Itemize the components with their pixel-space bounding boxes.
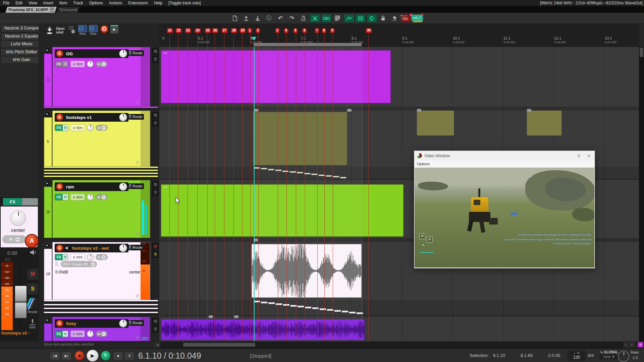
volume-value[interactable]: 0.00	[7, 250, 17, 256]
pause-button[interactable]: Ⅱ	[124, 352, 135, 360]
track-fold-button[interactable]: ▶	[45, 243, 50, 248]
timeline-marker[interactable]: 6	[302, 28, 307, 33]
tab-footstep-project[interactable]: *Footstep SFX_15.RPP ✕	[5, 7, 57, 13]
import-media-icon[interactable]	[253, 14, 262, 22]
menu-edit[interactable]: Edit	[12, 1, 25, 5]
edit-cursor[interactable]	[254, 47, 255, 341]
input-selector[interactable]: in ▼	[96, 331, 108, 337]
track-name-row[interactable]: A foley	[55, 319, 128, 328]
rate-value[interactable]: 1.0	[633, 356, 638, 360]
track-name[interactable]: OG	[66, 51, 119, 56]
lock-icon[interactable]	[378, 14, 388, 22]
mute-button[interactable]: M	[152, 318, 159, 325]
mute-button[interactable]: M	[152, 182, 159, 188]
grid-settings-icon[interactable]	[333, 14, 342, 22]
record-arm-badge[interactable]: A	[56, 183, 63, 190]
phase-button[interactable]: ∅	[136, 232, 139, 236]
scroll-thumb[interactable]	[640, 48, 643, 57]
record-arm-badge[interactable]: A	[56, 244, 63, 252]
new-project-icon[interactable]	[230, 14, 239, 22]
record-source-icon[interactable]: O	[100, 25, 108, 33]
global-automation-control[interactable]: ∿ GLOBAL none ▼	[599, 350, 619, 359]
mute-button[interactable]: M	[152, 244, 159, 250]
input-selector[interactable]: in ▼	[96, 125, 108, 131]
track-name[interactable]: foley	[66, 321, 119, 326]
volume-readout[interactable]: 0.00dB	[55, 270, 68, 275]
track-panel-footsteps-v2---wet[interactable]: ▶ 18 -1.1 -6- -18- -30- A footsteps v2 -…	[43, 242, 159, 300]
timeline-marker[interactable]: 30	[366, 28, 372, 33]
edit-cursor-handle[interactable]	[251, 37, 257, 43]
menu-options[interactable]: Options	[86, 1, 106, 5]
fx-chain-item[interactable]: LoAir Mono	[1, 40, 43, 48]
open-render-button[interactable]: Openrend	[56, 27, 65, 34]
width-knob[interactable]	[87, 194, 94, 200]
pan-knob[interactable]	[119, 244, 127, 252]
fx-chain-item[interactable]: kHs Pitch Shifter	[1, 48, 43, 56]
track-name[interactable]: footsteps v2 - wet	[72, 246, 119, 251]
collapsed-lane[interactable]	[44, 300, 158, 315]
route-button[interactable]: Route	[128, 114, 144, 120]
track-panel-body[interactable]: -1.1 -6- -18- -30- A footsteps v2 - wet …	[52, 242, 150, 300]
go-to-start-button[interactable]: |◀	[50, 352, 60, 360]
track-name[interactable]: rain	[66, 184, 119, 189]
pan-knob[interactable]	[119, 319, 127, 327]
timeline-marker[interactable]: 22	[175, 28, 182, 33]
trim-envelope-button[interactable]: ∧ trim	[70, 330, 85, 337]
fx-power-icon[interactable]: ⏻	[22, 198, 38, 205]
fx-chain-item[interactable]: Neutron 2 Equaliz	[1, 33, 43, 40]
pooled-item-chip[interactable]	[417, 109, 421, 112]
video-options-menu[interactable]: Options	[414, 161, 595, 168]
close-icon[interactable]: ✕	[587, 154, 591, 158]
prev-screenset-button-2[interactable]	[89, 25, 98, 32]
timeline-marker[interactable]: 24	[195, 28, 201, 33]
collapsed-lane[interactable]	[44, 107, 158, 110]
trim-envelope-button[interactable]: ∧ trim	[70, 61, 85, 67]
mute-button[interactable]: M	[152, 49, 159, 55]
solo-button[interactable]: S	[27, 283, 39, 295]
track-name-row[interactable]: A footsteps v1	[55, 113, 128, 122]
width-knob[interactable]	[87, 330, 94, 337]
timeline-marker[interactable]: 2	[256, 28, 260, 33]
timeline-marker[interactable]: 7	[315, 28, 319, 33]
track-fold-button[interactable]: ▶	[45, 317, 50, 323]
collapsed-lane[interactable]	[44, 167, 158, 179]
fx-chain-item[interactable]: kHs Gain	[1, 56, 43, 64]
track-name[interactable]: footsteps v1	[66, 115, 119, 120]
solo-button[interactable]: S	[152, 189, 159, 196]
track-panel-body[interactable]: A OG Route FX⏻ ∧ trim in ▼ ∅	[52, 47, 150, 107]
track-fold-button[interactable]: ▶	[45, 111, 50, 117]
zoom-out-button[interactable]: −	[623, 342, 628, 347]
pan-knob[interactable]	[119, 50, 127, 58]
record-arm-badge[interactable]: A	[25, 234, 39, 248]
track-fold-button[interactable]: ▶	[45, 181, 50, 186]
pin-icon[interactable]: ⚲	[577, 154, 580, 158]
envelope-icon[interactable]	[344, 14, 354, 22]
track-panel-rain[interactable]: ▶ 15 A rain Route FX⏻ ∧ trim in ▼ ∅ M S	[43, 180, 159, 238]
menu-track[interactable]: Track	[70, 1, 86, 5]
mute-button[interactable]: M	[152, 112, 159, 119]
time-signature[interactable]: 4/4	[588, 353, 594, 358]
undo-icon[interactable]: ↶	[276, 14, 285, 22]
time-selection[interactable]	[254, 47, 362, 341]
track-panel-body[interactable]: A foley Route FX⏻ ∧ trim in ▼ ∅	[52, 317, 150, 341]
fx-button[interactable]: FX⏻	[55, 330, 68, 337]
fx-button[interactable]: FX⏻	[55, 124, 68, 131]
video-capture-icon[interactable]: ▶	[110, 25, 118, 34]
route-button[interactable]: Route	[128, 183, 144, 189]
timeline-ruler[interactable]: 05.10:08.0006.10:10.0007.10:12.0008.10:1…	[159, 23, 639, 47]
vertical-scrollbar[interactable]	[639, 47, 644, 341]
go-to-end-button[interactable]: ▶|	[61, 352, 72, 360]
trim-envelope-button[interactable]: ∧ trim	[70, 124, 85, 131]
timeline-marker[interactable]: 4	[284, 28, 288, 33]
timeline-marker[interactable]: 5	[293, 28, 298, 33]
mute-button[interactable]: M	[27, 268, 39, 280]
prev-screenset-button-1[interactable]	[78, 25, 87, 32]
zoom-in-button[interactable]: +	[629, 342, 634, 347]
input-selector[interactable]: in ▼	[96, 194, 108, 200]
fx-button[interactable]: FX⏻	[55, 254, 68, 260]
volume-fader[interactable]	[15, 286, 27, 318]
input-selector[interactable]: in ▼	[2, 235, 26, 243]
trim-icon[interactable]	[30, 319, 36, 325]
route-button[interactable]: Route	[128, 245, 144, 250]
media-item-dimmed[interactable]	[417, 111, 454, 135]
